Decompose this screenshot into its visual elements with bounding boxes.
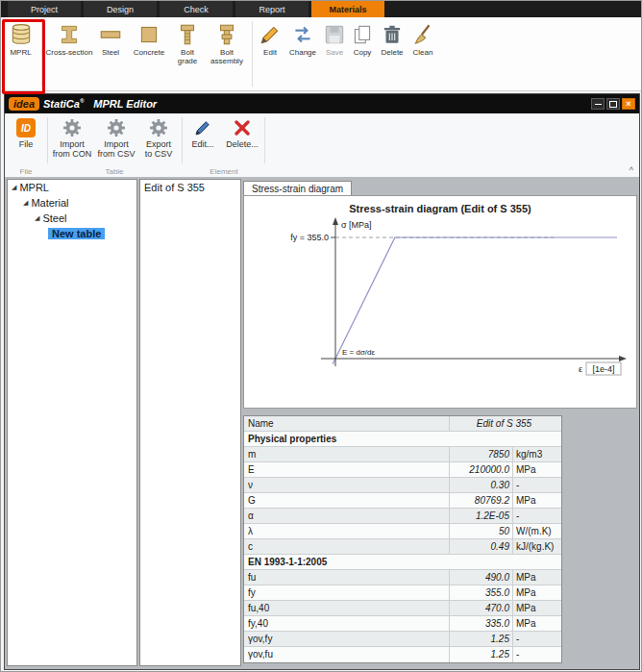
cross-section-button[interactable]: Cross-section (45, 17, 93, 90)
import-from-csv-button[interactable]: Importfrom CSV (95, 116, 137, 160)
file-button-label: File (19, 140, 34, 150)
y-axis-label: σ [MPa] (341, 220, 372, 230)
database-icon (9, 22, 34, 47)
table-row[interactable]: γov,fy1.25- (244, 632, 561, 647)
edit-button[interactable]: Edit (256, 17, 284, 90)
property-value: 1.25 (450, 647, 513, 662)
property-value: Edit of S 355 (450, 416, 561, 431)
tab-stress-strain-diagram[interactable]: Stress-strain diagram (243, 181, 352, 195)
tab-materials[interactable]: Materials (311, 1, 384, 17)
table-row[interactable]: fy355.0MPa (244, 585, 561, 601)
table-section-row[interactable]: Physical properties (244, 432, 561, 447)
concrete-button[interactable]: Concrete (128, 17, 170, 90)
group-label-element: Element (185, 167, 262, 176)
copy-button[interactable]: Copy (348, 17, 377, 90)
change-button[interactable]: Change (284, 17, 321, 90)
export-to-csv-button[interactable]: Exportto CSV (139, 116, 178, 160)
element-delete-button[interactable]: Delete... (222, 116, 262, 150)
property-unit: MPa (513, 585, 561, 600)
table-row[interactable]: NameEdit of S 355 (244, 416, 561, 432)
chart-title: Stress-strain diagram (Edit of S 355) (244, 203, 636, 214)
mprl-button[interactable]: MPRL (3, 17, 38, 90)
tab-check[interactable]: Check (160, 1, 233, 17)
tree-item-mprl[interactable]: ◢ MPRL (8, 180, 136, 195)
steel-label: Steel (102, 49, 119, 58)
property-unit: kJ/(kg.K) (513, 539, 561, 554)
main-ribbon: MPRL Cross-section Steel Concrete (1, 17, 641, 91)
clean-button[interactable]: Clean (407, 17, 438, 90)
bolt-grade-label: Bolt grade (170, 49, 205, 66)
x-axis-unit-label: [1e-4] (592, 364, 614, 374)
property-unit: kg/m3 (513, 447, 561, 461)
tree-expand-icon[interactable]: ◢ (35, 214, 39, 222)
property-unit: - (513, 478, 561, 492)
close-button[interactable]: × (622, 98, 635, 110)
mprl-label: MPRL (10, 49, 31, 58)
table-row[interactable]: m7850kg/m3 (244, 447, 561, 462)
table-row[interactable]: γov,fu1.25- (244, 647, 561, 662)
bolt-icon (175, 22, 200, 47)
tree-item-steel[interactable]: ◢ Steel (8, 211, 136, 226)
tree-item-material[interactable]: ◢ Material (8, 195, 136, 211)
bolt-grade-button[interactable]: Bolt grade (170, 17, 205, 90)
minimize-button[interactable] (591, 98, 605, 110)
modulus-label: E = dσ/dε (342, 348, 376, 357)
save-button[interactable]: Save (321, 17, 348, 90)
gear-icon (61, 116, 84, 139)
mprl-editor-window: idea StatiCa® MPRL Editor × ID File (4, 93, 640, 670)
ribbon-collapse-button[interactable]: ^ (630, 165, 633, 175)
property-label: m (244, 447, 450, 461)
bolt-assembly-icon (214, 22, 239, 47)
tree-expand-icon[interactable]: ◢ (12, 184, 16, 191)
edit-label: Edit (263, 49, 277, 58)
tree-item-new-table[interactable]: New table (8, 226, 136, 241)
stress-strain-chart-box: Stress-strain diagram (Edit of S 355) (243, 195, 637, 409)
property-value: 80769.2 (450, 493, 513, 508)
table-row[interactable]: λ50W/(m.K) (244, 524, 561, 539)
maximize-icon (609, 101, 617, 108)
list-item-edit-of-s355[interactable]: Edit of S 355 (140, 180, 240, 195)
import-from-con-button[interactable]: Importfrom CON (51, 116, 93, 160)
element-edit-button[interactable]: Edit... (185, 116, 220, 150)
steel-button[interactable]: Steel (93, 17, 128, 90)
delete-button[interactable]: Delete (377, 17, 407, 90)
tree-expand-icon[interactable]: ◢ (23, 199, 28, 207)
copy-pages-icon (350, 22, 375, 47)
blue-pencil-icon (191, 116, 214, 139)
i-beam-icon (57, 22, 82, 47)
main-tab-bar: Project Design Check Report Materials (1, 1, 641, 17)
property-label: c (244, 539, 450, 554)
property-unit: MPa (513, 601, 561, 615)
tab-design[interactable]: Design (84, 1, 157, 17)
section-label: Physical properties (244, 432, 561, 446)
tree-item-label: Steel (42, 212, 66, 224)
property-unit: MPa (513, 462, 561, 477)
table-row[interactable]: fu,40470.0MPa (244, 601, 561, 616)
table-row[interactable]: fy,40335.0MPa (244, 616, 561, 632)
table-row[interactable]: G80769.2MPa (244, 493, 561, 509)
property-label: fu (244, 570, 450, 585)
stress-strain-chart: fy = 355.0 σ [MPa] E = dσ/dε ε [1e-4] (244, 214, 636, 387)
table-row[interactable]: c0.49kJ/(kg.K) (244, 539, 561, 555)
property-label: γov,fy (244, 632, 450, 646)
property-value: 1.2E-05 (450, 509, 513, 523)
group-label-file: File (9, 167, 43, 176)
title-bar[interactable]: idea StatiCa® MPRL Editor × (5, 94, 639, 113)
section-label: EN 1993-1-1:2005 (244, 555, 561, 569)
table-row[interactable]: α1.2E-05- (244, 509, 561, 524)
maximize-button[interactable] (606, 98, 620, 110)
gear-icon (105, 116, 128, 139)
swap-arrows-icon (290, 22, 315, 47)
table-row[interactable]: fu490.0MPa (244, 570, 561, 585)
table-row[interactable]: ν0.30- (244, 478, 561, 493)
table-section-row[interactable]: EN 1993-1-1:2005 (244, 555, 561, 570)
table-row[interactable]: E210000.0MPa (244, 462, 561, 478)
tab-report[interactable]: Report (235, 1, 309, 17)
property-unit: - (513, 647, 561, 662)
bolt-assembly-button[interactable]: Bolt assembly (205, 17, 249, 90)
x-axis-arrow (619, 356, 627, 361)
file-button[interactable]: ID File (9, 116, 43, 150)
tab-project[interactable]: Project (8, 1, 81, 17)
x-axis-label: ε (579, 364, 582, 374)
property-value: 1.25 (450, 632, 513, 646)
